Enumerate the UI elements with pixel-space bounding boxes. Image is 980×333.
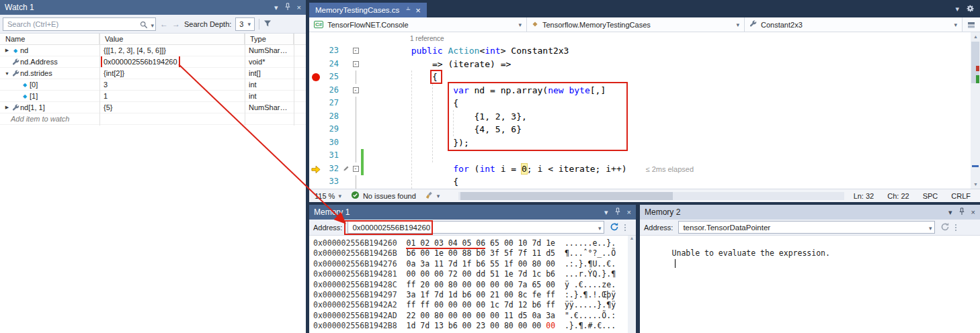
watch-titlebar[interactable]: Watch 1 ▾ ×: [0, 0, 306, 15]
outlining-margin[interactable]: [351, 110, 360, 124]
horizontal-scrollbar[interactable]: [458, 192, 844, 200]
tab-list-chevron-icon[interactable]: ▾: [955, 5, 959, 13]
column-header-value[interactable]: Value: [99, 34, 245, 44]
breakpoint-icon[interactable]: [312, 73, 320, 81]
outlining-margin[interactable]: -: [351, 44, 360, 58]
address-combo[interactable]: ▾: [348, 221, 604, 234]
breakpoint-margin[interactable]: [309, 123, 323, 136]
breakpoint-margin[interactable]: [309, 70, 323, 84]
scroll-down-icon[interactable]: ▼: [973, 182, 978, 187]
window-menu-chevron-icon[interactable]: ▾: [274, 4, 278, 11]
toolbar-overflow-icon[interactable]: [624, 224, 626, 226]
outlining-margin[interactable]: [351, 175, 360, 189]
pin-icon[interactable]: [958, 207, 965, 217]
collapse-toggle-icon[interactable]: -: [353, 61, 359, 67]
code-text[interactable]: => (iterate) =>: [369, 58, 971, 71]
close-icon[interactable]: ×: [415, 5, 421, 15]
watch-row[interactable]: Add item to watch: [0, 113, 306, 125]
gear-icon[interactable]: [966, 4, 975, 14]
breakpoint-margin[interactable]: [309, 162, 323, 176]
breakpoint-margin[interactable]: [309, 149, 323, 162]
search-box[interactable]: ▾: [3, 17, 156, 31]
outlining-margin[interactable]: -: [351, 84, 360, 97]
breakpoint-margin[interactable]: [309, 175, 323, 189]
column-header-name[interactable]: Name: [0, 34, 99, 44]
breakpoint-margin[interactable]: [309, 58, 323, 71]
column-indicator[interactable]: Ch: 22: [887, 192, 909, 200]
window-split-icon[interactable]: [963, 17, 980, 32]
code-editor[interactable]: 1 reference23- public Action<int> Consta…: [309, 32, 971, 189]
watch-row[interactable]: ▶nd[1, 1]{5}NumShar…: [0, 102, 306, 113]
close-icon[interactable]: ×: [627, 209, 631, 216]
pin-icon[interactable]: [404, 6, 411, 15]
memory1-titlebar[interactable]: Memory 1 ▾ ×: [309, 205, 636, 220]
code-text[interactable]: for (int i = 0; i < iterate; i++)≤ 2ms e…: [369, 162, 971, 176]
codelens-references[interactable]: 1 reference: [410, 35, 971, 44]
window-menu-chevron-icon[interactable]: ▾: [948, 209, 952, 216]
type-dropdown[interactable]: Tensorflow.MemoryTestingCases ▾: [527, 17, 745, 32]
code-text[interactable]: [369, 149, 971, 162]
search-options-chevron-icon[interactable]: ▾: [151, 22, 154, 29]
collapse-toggle-icon[interactable]: -: [353, 87, 359, 93]
eol-indicator[interactable]: CRLF: [951, 192, 971, 200]
memory-dump[interactable]: 0x000002556B194260 01 02 03 04 05 06 65 …: [309, 236, 636, 332]
close-icon[interactable]: ×: [297, 4, 301, 11]
outlining-margin[interactable]: [351, 123, 360, 136]
column-divider[interactable]: [245, 34, 245, 126]
code-text[interactable]: {: [369, 97, 971, 110]
breakpoint-margin[interactable]: [309, 136, 323, 150]
outlining-margin[interactable]: [351, 149, 360, 162]
watch-row[interactable]: nd.Address0x000002556b194260void*: [0, 56, 306, 68]
outlining-margin[interactable]: -: [351, 58, 360, 71]
issues-indicator[interactable]: No issues found: [351, 191, 416, 201]
window-menu-chevron-icon[interactable]: ▾: [604, 209, 608, 216]
breakpoint-margin[interactable]: [309, 44, 323, 58]
close-icon[interactable]: ×: [971, 209, 975, 216]
collapse-toggle-icon[interactable]: -: [353, 48, 359, 54]
member-dropdown[interactable]: Constant2x3 ▾: [745, 17, 963, 32]
outlining-margin[interactable]: [351, 136, 360, 150]
memory2-message-area[interactable]: Unable to evaluate the expression.: [640, 236, 980, 280]
breakpoint-margin[interactable]: [309, 97, 323, 110]
outlining-margin[interactable]: [351, 70, 360, 84]
watch-row[interactable]: ◆[0]3int: [0, 79, 306, 91]
chevron-down-icon[interactable]: ▾: [929, 225, 932, 232]
column-header-type[interactable]: Type: [245, 34, 294, 44]
expander-expanded-icon[interactable]: ▼: [3, 71, 11, 76]
filter-icon[interactable]: [263, 18, 272, 30]
chevron-down-icon[interactable]: ▾: [598, 225, 602, 232]
expander-collapsed-icon[interactable]: ▶: [3, 105, 11, 110]
search-input[interactable]: [3, 17, 156, 31]
code-text[interactable]: public Action<int> Constant2x3: [369, 44, 971, 58]
search-prev-icon[interactable]: ←: [160, 19, 168, 29]
collapse-toggle-icon[interactable]: -: [353, 166, 359, 172]
code-text[interactable]: {1, 2, 3},: [369, 110, 971, 124]
breakpoint-margin[interactable]: [309, 110, 323, 124]
project-dropdown[interactable]: C# TensorFlowNET.Console ▾: [309, 17, 527, 32]
pin-icon[interactable]: [284, 3, 291, 12]
pin-icon[interactable]: [614, 207, 621, 217]
memory-scrollbar[interactable]: ▲: [628, 236, 636, 333]
watch-row[interactable]: ◆[1]1int: [0, 91, 306, 102]
address-input[interactable]: [352, 224, 591, 232]
zoom-control[interactable]: 115 % ▾: [315, 192, 341, 200]
address-combo[interactable]: ▾: [678, 221, 935, 234]
search-next-icon[interactable]: →: [172, 19, 180, 29]
search-depth-combo[interactable]: 3 ▾: [235, 17, 255, 31]
memory2-titlebar[interactable]: Memory 2 ▾ ×: [640, 205, 980, 220]
refresh-icon[interactable]: [610, 222, 619, 233]
code-text[interactable]: {4, 5, 6}: [369, 123, 971, 136]
column-divider[interactable]: [99, 34, 100, 126]
column-divider[interactable]: [294, 34, 294, 126]
document-tab[interactable]: MemoryTestingCases.cs ×: [309, 3, 427, 17]
space-indicator[interactable]: SPC: [923, 192, 938, 200]
refresh-icon[interactable]: [940, 222, 950, 233]
scroll-up-icon[interactable]: ▲: [973, 34, 978, 39]
code-text[interactable]: {: [369, 175, 971, 189]
watch-row[interactable]: ▶◆nd{[[1, 2, 3], [4, 5, 6]]}NumShar…: [0, 45, 306, 56]
outlining-margin[interactable]: -: [351, 162, 360, 176]
line-indicator[interactable]: Ln: 32: [854, 192, 874, 200]
address-input[interactable]: [683, 224, 922, 232]
scrollbar-thumb[interactable]: [460, 192, 672, 200]
vertical-scrollbar[interactable]: ▲ ▼: [971, 32, 980, 189]
